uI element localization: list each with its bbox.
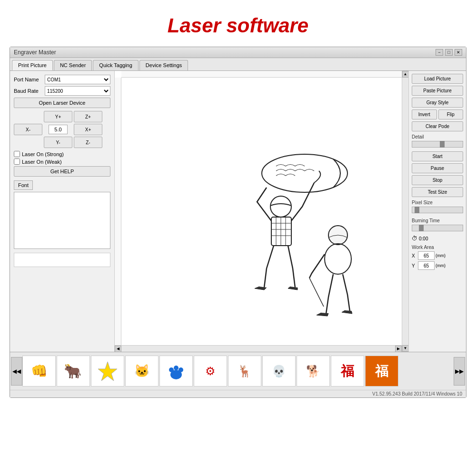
svg-point-19 — [178, 367, 183, 372]
baud-rate-select[interactable]: 115200 9600 — [45, 86, 110, 96]
y-plus-button[interactable]: Y+ — [44, 111, 72, 122]
strip-next-button[interactable]: ▶▶ — [454, 357, 465, 386]
detail-label: Detail — [412, 134, 463, 139]
pause-button[interactable]: Pause — [412, 163, 463, 173]
timer-icon: ⏱ — [412, 235, 417, 242]
canvas-area: ▲ ▼ ◀ ▶ — [115, 71, 409, 352]
thumbnail-paw[interactable] — [159, 356, 193, 387]
tab-bar: Print Picture NC Sender Quick Tagging De… — [10, 58, 466, 71]
pixel-size-slider[interactable] — [412, 207, 463, 213]
laser-weak-checkbox[interactable] — [14, 159, 20, 165]
tab-quick-tagging[interactable]: Quick Tagging — [93, 60, 139, 70]
thumbnail-skull[interactable]: 💀 — [262, 356, 296, 387]
work-area-y-label: Y — [412, 263, 416, 268]
stop-button[interactable]: Stop — [412, 175, 463, 185]
laser-weak-row: Laser On (Weak) — [14, 159, 110, 165]
x-value-input[interactable] — [49, 125, 68, 134]
get-help-button[interactable]: Get HELP — [14, 166, 110, 177]
laser-weak-label: Laser On (Weak) — [22, 159, 62, 165]
tab-print-picture[interactable]: Print Picture — [12, 60, 53, 70]
load-picture-button[interactable]: Load Picture — [412, 74, 463, 84]
gray-style-button[interactable]: Gray Style — [412, 98, 463, 108]
window-controls: − □ ✕ — [436, 49, 462, 56]
scroll-right-button[interactable]: ▶ — [395, 346, 402, 352]
flip-button[interactable]: Flip — [438, 109, 464, 119]
canvas-drawing[interactable] — [121, 78, 402, 345]
invert-flip-row: Invert Flip — [412, 109, 463, 119]
thumbnail-fist[interactable]: 👊 — [22, 356, 56, 387]
port-name-label: Port Name — [14, 77, 45, 82]
x-input-container — [44, 124, 72, 135]
svg-point-18 — [174, 366, 178, 370]
detail-slider[interactable] — [412, 141, 463, 148]
close-button[interactable]: ✕ — [455, 49, 462, 56]
laser-strong-row: Laser On (Strong) — [14, 151, 110, 157]
baud-rate-label: Baud Rate — [14, 88, 45, 94]
tab-nc-sender[interactable]: NC Sender — [54, 60, 92, 70]
work-area-y-input[interactable] — [418, 261, 435, 270]
status-bar: V1.52.95.243 Build 2017/11/4 Windows 10 — [10, 390, 466, 397]
clear-pode-button[interactable]: Clear Pode — [412, 121, 463, 131]
work-area-x-label: X — [412, 253, 416, 258]
work-area-y-row: Y (mm) — [412, 261, 463, 270]
start-button[interactable]: Start — [412, 151, 463, 161]
work-area-x-row: X (mm) — [412, 251, 463, 260]
baud-rate-row: Baud Rate 115200 9600 — [14, 86, 110, 96]
svg-point-10 — [325, 244, 351, 274]
thumbnail-deer[interactable]: 🦌 — [228, 356, 261, 387]
tab-device-settings[interactable]: Device Settings — [139, 60, 188, 70]
x-minus-button[interactable]: X- — [14, 124, 42, 135]
test-size-button[interactable]: Test Size — [412, 187, 463, 197]
work-area-y-unit: (mm) — [436, 263, 446, 268]
y-minus-button[interactable]: Y- — [44, 137, 72, 148]
scrollbar-horizontal[interactable]: ◀ ▶ — [115, 345, 402, 352]
svg-marker-15 — [98, 362, 117, 381]
work-area-label: Work Area — [412, 245, 463, 250]
laser-strong-checkbox[interactable] — [14, 151, 20, 157]
scroll-down-button[interactable]: ▼ — [402, 345, 409, 352]
z-plus-button[interactable]: Z+ — [74, 111, 102, 122]
svg-rect-2 — [271, 217, 291, 246]
port-name-select[interactable]: COM1 COM2 COM3 — [45, 75, 110, 84]
timer-row: ⏱ 0:00 — [412, 235, 463, 242]
font-textarea[interactable] — [14, 192, 110, 249]
work-area-x-unit: (mm) — [436, 253, 446, 258]
paste-picture-button[interactable]: Paste Picture — [412, 86, 463, 96]
minimize-button[interactable]: − — [436, 49, 443, 56]
scroll-up-button[interactable]: ▲ — [402, 71, 409, 78]
font-button[interactable]: Font — [14, 180, 33, 190]
direction-grid: Y+ Z+ X- X+ Y- Z- — [14, 111, 110, 148]
svg-line-11 — [309, 278, 324, 307]
scroll-left-button[interactable]: ◀ — [115, 346, 121, 352]
thumbnail-items: 👊 🐂 🐱 ⚙ 🦌 💀 🐕 福 — [22, 355, 454, 388]
open-device-button[interactable]: Open Larser Device — [14, 98, 110, 108]
detail-slider-container — [412, 141, 463, 149]
main-content: Port Name COM1 COM2 COM3 Baud Rate 11520… — [10, 71, 466, 352]
invert-button[interactable]: Invert — [412, 109, 437, 119]
thumbnail-fu-orange[interactable]: 福 — [365, 356, 398, 387]
burning-time-label: Burning Time — [412, 218, 463, 223]
svg-point-17 — [169, 367, 174, 372]
thumbnail-transformer[interactable]: ⚙ — [194, 356, 227, 387]
burning-time-slider[interactable] — [412, 225, 463, 231]
restore-button[interactable]: □ — [445, 49, 453, 56]
app-window: Engraver Master − □ ✕ Print Picture NC S… — [10, 47, 466, 398]
cartoon-svg — [171, 97, 352, 326]
thumbnail-dog[interactable]: 🐕 — [297, 356, 330, 387]
left-panel: Port Name COM1 COM2 COM3 Baud Rate 11520… — [10, 71, 115, 352]
thumbnail-star[interactable] — [91, 356, 124, 387]
strip-prev-button[interactable]: ◀◀ — [11, 357, 22, 386]
z-minus-button[interactable]: Z- — [74, 137, 102, 148]
scrollbar-vertical[interactable]: ▲ ▼ — [402, 71, 408, 352]
timer-value: 0:00 — [419, 236, 428, 241]
font-section: Font — [14, 180, 110, 267]
thumbnail-cat[interactable]: 🐱 — [125, 356, 159, 387]
scroll-area[interactable] — [14, 253, 110, 267]
work-area-x-input[interactable] — [418, 251, 435, 260]
thumbnail-fu-red[interactable]: 福 — [331, 356, 364, 387]
page-title-area: Laser software — [0, 0, 476, 47]
thumbnail-dragon[interactable]: 🐂 — [57, 356, 90, 387]
page-title: Laser software — [0, 14, 476, 37]
x-plus-button[interactable]: X+ — [74, 124, 102, 135]
pixel-size-label: Pixel Size — [412, 200, 463, 205]
